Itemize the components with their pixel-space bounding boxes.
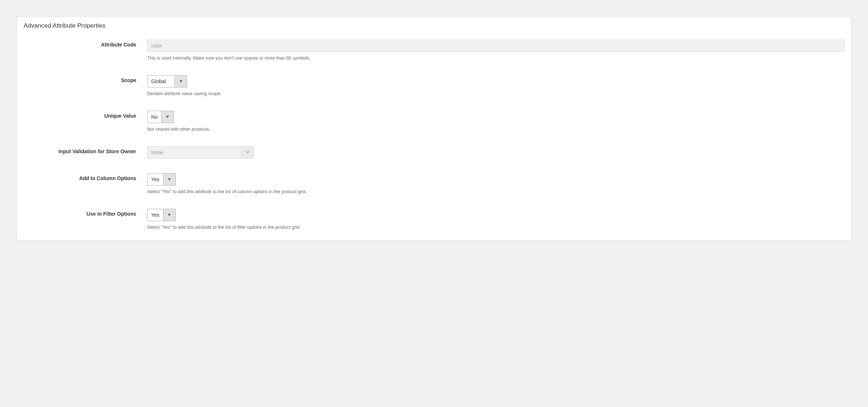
scope-label: Scope bbox=[24, 75, 147, 83]
advanced-attribute-properties-panel: Advanced Attribute Properties Attribute … bbox=[17, 17, 851, 240]
scope-select-value: Global bbox=[148, 76, 174, 87]
unique-value-select-value: No bbox=[148, 111, 161, 123]
chevron-down-icon bbox=[161, 111, 174, 123]
field-add-to-column: Add to Column Options Yes Select "Yes" t… bbox=[24, 173, 844, 194]
field-scope: Scope Global Declare attribute value sav… bbox=[24, 75, 844, 96]
scope-select[interactable]: Global bbox=[147, 75, 187, 87]
input-validation-label: Input Validation for Store Owner bbox=[24, 146, 147, 154]
use-in-filter-label: Use in Filter Options bbox=[24, 209, 147, 217]
input-validation-select-value: None bbox=[148, 147, 241, 158]
attribute-code-input bbox=[147, 40, 844, 52]
scope-note: Declare attribute value saving scope. bbox=[147, 91, 844, 96]
field-input-validation: Input Validation for Store Owner None bbox=[24, 146, 844, 159]
unique-value-note: Not shared with other products. bbox=[147, 127, 844, 132]
input-validation-select: None bbox=[147, 146, 254, 159]
chevron-down-icon bbox=[163, 209, 175, 221]
field-unique-value: Unique Value No Not shared with other pr… bbox=[24, 111, 844, 132]
unique-value-label: Unique Value bbox=[24, 111, 147, 119]
use-in-filter-select-value: Yes bbox=[148, 209, 163, 221]
field-use-in-filter: Use in Filter Options Yes Select "Yes" t… bbox=[24, 209, 844, 230]
add-to-column-label: Add to Column Options bbox=[24, 173, 147, 181]
use-in-filter-note: Select "Yes" to add this attribute to th… bbox=[147, 225, 844, 230]
panel-title: Advanced Attribute Properties bbox=[24, 22, 844, 29]
attribute-code-label: Attribute Code bbox=[24, 40, 147, 48]
field-attribute-code: Attribute Code This is used internally. … bbox=[24, 40, 844, 61]
chevron-down-icon bbox=[241, 147, 254, 158]
use-in-filter-select[interactable]: Yes bbox=[147, 209, 176, 221]
chevron-down-icon bbox=[163, 174, 175, 185]
attribute-code-note: This is used internally. Make sure you d… bbox=[147, 56, 844, 61]
unique-value-select[interactable]: No bbox=[147, 111, 174, 123]
add-to-column-select[interactable]: Yes bbox=[147, 173, 176, 186]
chevron-down-icon bbox=[174, 76, 187, 87]
add-to-column-note: Select "Yes" to add this attribute to th… bbox=[147, 189, 844, 194]
add-to-column-select-value: Yes bbox=[148, 174, 163, 185]
